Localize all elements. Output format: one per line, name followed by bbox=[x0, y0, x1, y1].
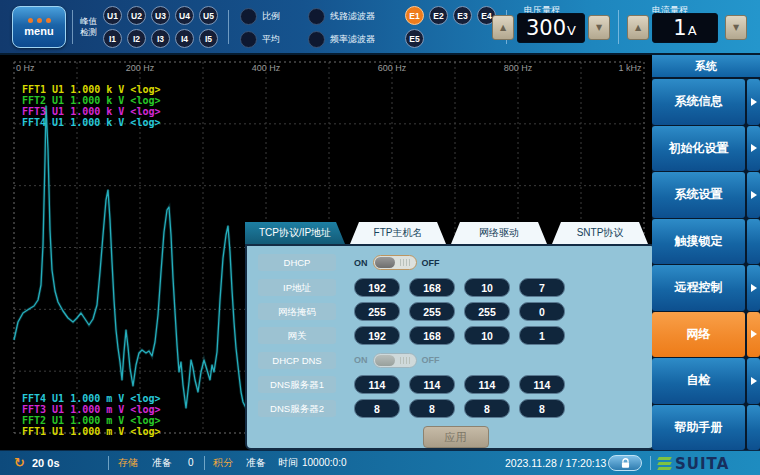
netmask-octet-3[interactable]: 255 bbox=[464, 302, 510, 321]
sidebar-item-init-settings[interactable]: 初始化设置 bbox=[652, 126, 760, 172]
gateway-label: 网关 bbox=[258, 327, 336, 344]
u4-button[interactable]: U4 bbox=[175, 6, 194, 25]
sidebar-item-remote-control[interactable]: 远程控制 bbox=[652, 265, 760, 311]
freq-filter-label: 频率滤波器 bbox=[330, 31, 375, 48]
ip-octet-1[interactable]: 192 bbox=[354, 278, 400, 297]
ip-octet-4[interactable]: 7 bbox=[519, 278, 565, 297]
gateway-row: 网关 192 168 10 1 bbox=[258, 326, 653, 346]
sidebar-header: 系统 bbox=[652, 55, 760, 78]
dns2-octet-1[interactable]: 8 bbox=[354, 399, 400, 418]
tab-network-drive[interactable]: 网络驱动 bbox=[451, 222, 547, 244]
e5-button[interactable]: E5 bbox=[405, 29, 424, 48]
dns1-octet-4[interactable]: 114 bbox=[519, 375, 565, 394]
brand-logo: SUITA bbox=[658, 451, 729, 475]
freq-filter-indicator[interactable] bbox=[308, 31, 325, 48]
gateway-octet-4[interactable]: 1 bbox=[519, 326, 565, 345]
status-bar: ↻ 20 0s 存储 准备 0 积分 准备 时间 10000:0:0 2023.… bbox=[0, 450, 760, 475]
dns-server1-label: DNS服务器1 bbox=[258, 376, 336, 393]
fft3-legend-bottom: FFT3 U1 1.000 m V <log> bbox=[22, 404, 160, 415]
x-tick-200hz: 200 Hz bbox=[126, 63, 155, 73]
i5-button[interactable]: I5 bbox=[199, 29, 218, 48]
netmask-octet-1[interactable]: 255 bbox=[354, 302, 400, 321]
gateway-octet-3[interactable]: 10 bbox=[464, 326, 510, 345]
arrow-right-icon bbox=[751, 191, 757, 199]
u1-button[interactable]: U1 bbox=[103, 6, 122, 25]
dhcp-dns-label: DHCP DNS bbox=[258, 352, 336, 369]
toolbar-separator bbox=[72, 10, 73, 44]
apply-button[interactable]: 应用 bbox=[423, 426, 489, 448]
dns2-octet-2[interactable]: 8 bbox=[409, 399, 455, 418]
average-label: 平均 bbox=[262, 31, 280, 48]
arrow-right-icon bbox=[751, 284, 757, 292]
current-range-up-button[interactable]: ▲ bbox=[627, 15, 649, 40]
integrator-time-label: 时间 bbox=[278, 451, 298, 475]
integrator-time-value: 10000:0:0 bbox=[302, 451, 347, 475]
dhcp-row: DHCP ON OFF bbox=[258, 253, 653, 273]
main-display-area: 0 Hz 200 Hz 400 Hz 600 Hz 800 Hz 1 kHz F… bbox=[0, 55, 760, 450]
brand-text: SUITA bbox=[675, 455, 729, 473]
fft4-legend-top: FFT4 U1 1.000 k V <log> bbox=[22, 117, 160, 128]
system-menu-sidebar: 系统 系统信息 初始化设置 系统设置 触摸锁定 远程控制 网 bbox=[652, 55, 760, 450]
brand-chevrons-icon bbox=[658, 457, 671, 470]
arrow-right-icon bbox=[751, 144, 757, 152]
u5-button[interactable]: U5 bbox=[199, 6, 218, 25]
dhcp-label: DHCP bbox=[258, 254, 336, 271]
gateway-octet-2[interactable]: 168 bbox=[409, 326, 455, 345]
dhcp-toggle[interactable]: ON OFF bbox=[354, 255, 440, 270]
gateway-octet-1[interactable]: 192 bbox=[354, 326, 400, 345]
fft1-legend-bottom: FFT1 U1 1.000 m V <log> bbox=[22, 426, 160, 437]
ratio-label: 比例 bbox=[262, 8, 280, 25]
tab-sntp[interactable]: SNTP协议 bbox=[552, 222, 648, 244]
u3-button[interactable]: U3 bbox=[151, 6, 170, 25]
ratio-indicator[interactable] bbox=[240, 8, 257, 25]
e3-button[interactable]: E3 bbox=[453, 6, 472, 25]
sidebar-item-touch-lock[interactable]: 触摸锁定 bbox=[652, 219, 760, 265]
x-tick-600hz: 600 Hz bbox=[378, 63, 407, 73]
status-separator bbox=[650, 456, 651, 470]
sidebar-item-system-info[interactable]: 系统信息 bbox=[652, 79, 760, 125]
dhcp-dns-toggle[interactable]: ON OFF bbox=[354, 353, 440, 368]
x-tick-0hz: 0 Hz bbox=[16, 63, 35, 73]
dns1-octet-3[interactable]: 114 bbox=[464, 375, 510, 394]
i3-button[interactable]: I3 bbox=[151, 29, 170, 48]
tab-ftp-hostname[interactable]: FTP主机名 bbox=[350, 222, 446, 244]
menu-button[interactable]: menu bbox=[12, 6, 66, 48]
x-tick-1khz: 1 kHz bbox=[618, 63, 641, 73]
sidebar-item-network[interactable]: 网络 bbox=[652, 312, 760, 358]
menu-dots-icon bbox=[28, 18, 51, 23]
dns1-octet-2[interactable]: 114 bbox=[409, 375, 455, 394]
voltage-range-down-button[interactable]: ▼ bbox=[588, 15, 610, 40]
dns2-octet-3[interactable]: 8 bbox=[464, 399, 510, 418]
top-toolbar: menu 峰值 检测 U1 U2 U3 U4 U5 I1 I2 I3 I4 I5… bbox=[0, 0, 760, 55]
u2-button[interactable]: U2 bbox=[127, 6, 146, 25]
e1-button[interactable]: E1 bbox=[405, 6, 424, 25]
dns2-octet-4[interactable]: 8 bbox=[519, 399, 565, 418]
power-analyzer-screen: menu 峰值 检测 U1 U2 U3 U4 U5 I1 I2 I3 I4 I5… bbox=[0, 0, 760, 475]
status-separator bbox=[204, 456, 205, 470]
sidebar-item-help-manual[interactable]: 帮助手册 bbox=[652, 405, 760, 451]
ip-octet-2[interactable]: 168 bbox=[409, 278, 455, 297]
sidebar-item-system-settings[interactable]: 系统设置 bbox=[652, 172, 760, 218]
average-indicator[interactable] bbox=[240, 31, 257, 48]
dns1-octet-1[interactable]: 114 bbox=[354, 375, 400, 394]
storage-label: 存储 bbox=[118, 451, 138, 475]
ip-octet-3[interactable]: 10 bbox=[464, 278, 510, 297]
dns-server1-row: DNS服务器1 114 114 114 114 bbox=[258, 374, 653, 394]
voltage-range-up-button[interactable]: ▲ bbox=[492, 15, 514, 40]
ip-address-row: IP地址 192 168 10 7 bbox=[258, 277, 653, 297]
tab-tcp-ip[interactable]: TCP协议/IP地址 bbox=[245, 222, 345, 244]
fft2-legend-top: FFT2 U1 1.000 k V <log> bbox=[22, 95, 160, 106]
i2-button[interactable]: I2 bbox=[127, 29, 146, 48]
i4-button[interactable]: I4 bbox=[175, 29, 194, 48]
lock-button[interactable] bbox=[608, 455, 642, 471]
netmask-octet-2[interactable]: 255 bbox=[409, 302, 455, 321]
line-filter-indicator[interactable] bbox=[308, 8, 325, 25]
dhcp-dns-row: DHCP DNS ON OFF bbox=[258, 350, 653, 370]
fft3-legend-top: FFT3 U1 1.000 k V <log> bbox=[22, 106, 160, 117]
sidebar-item-self-test[interactable]: 自检 bbox=[652, 358, 760, 404]
e2-button[interactable]: E2 bbox=[429, 6, 448, 25]
i1-button[interactable]: I1 bbox=[103, 29, 122, 48]
integrator-status: 准备 bbox=[246, 451, 266, 475]
netmask-octet-4[interactable]: 0 bbox=[519, 302, 565, 321]
current-range-down-button[interactable]: ▼ bbox=[725, 15, 747, 40]
